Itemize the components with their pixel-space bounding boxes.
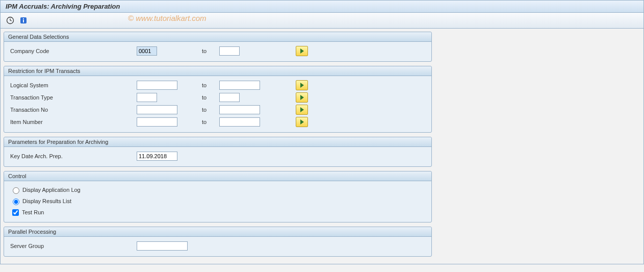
row-test-run: Test Run	[9, 207, 426, 218]
logical-system-from-input[interactable]	[137, 81, 177, 90]
panel-params: Parameters for Preparation for Archiving…	[4, 137, 432, 167]
server-group-label: Server Group	[9, 243, 137, 249]
transaction-no-multi-button[interactable]	[296, 105, 308, 115]
transaction-type-to-label: to	[202, 94, 219, 101]
svg-rect-4	[23, 18, 24, 19]
svg-line-2	[10, 20, 12, 21]
company-code-from-input[interactable]	[137, 46, 157, 56]
transaction-type-to-input[interactable]	[219, 93, 240, 102]
row-key-date: Key Date Arch. Prep.	[9, 150, 426, 162]
panel-control-header: Control	[4, 171, 431, 181]
key-date-input[interactable]	[137, 152, 177, 161]
server-group-input[interactable]	[137, 241, 188, 251]
row-item-number: Item Number to	[9, 116, 426, 128]
transaction-type-multi-button[interactable]	[296, 92, 308, 103]
transaction-no-label: Transaction No	[9, 107, 137, 113]
arrow-right-icon	[300, 48, 304, 54]
panel-parallel-header: Parallel Processing	[4, 227, 431, 237]
panel-control: Control Display Application Log Display …	[4, 171, 432, 222]
display-app-log-radio[interactable]	[13, 187, 19, 194]
svg-rect-5	[23, 20, 24, 22]
row-transaction-type: Transaction Type to	[9, 91, 426, 104]
company-code-to-label: to	[202, 48, 219, 54]
transaction-type-from-input[interactable]	[137, 93, 157, 102]
logical-system-multi-button[interactable]	[296, 80, 308, 90]
panel-params-header: Parameters for Preparation for Archiving	[4, 137, 431, 147]
company-code-to-input[interactable]	[219, 46, 240, 56]
row-server-group: Server Group	[9, 240, 426, 252]
arrow-right-icon	[300, 95, 304, 100]
panel-parallel: Parallel Processing Server Group	[4, 227, 432, 257]
display-app-log-label: Display Application Log	[22, 187, 81, 193]
item-number-from-input[interactable]	[137, 117, 177, 127]
transaction-no-from-input[interactable]	[137, 105, 177, 114]
panel-general: General Data Selections Company Code to	[4, 32, 432, 62]
arrow-right-icon	[300, 119, 304, 125]
panel-general-header: General Data Selections	[4, 32, 431, 42]
info-icon[interactable]	[18, 15, 29, 26]
watermark: © www.tutorialkart.com	[128, 14, 207, 22]
company-code-label: Company Code	[9, 48, 137, 54]
display-results-radio[interactable]	[13, 199, 19, 205]
toolbar: © www.tutorialkart.com	[1, 13, 643, 29]
row-logical-system: Logical System to	[9, 79, 426, 91]
execute-icon[interactable]	[5, 15, 16, 26]
logical-system-label: Logical System	[9, 82, 137, 88]
item-number-label: Item Number	[9, 119, 137, 125]
company-code-multi-button[interactable]	[296, 46, 308, 56]
test-run-label: Test Run	[22, 209, 44, 215]
arrow-right-icon	[300, 83, 304, 88]
page-title: IPM Accruals: Archiving Preparation	[1, 1, 643, 13]
item-number-to-label: to	[202, 119, 219, 125]
key-date-label: Key Date Arch. Prep.	[9, 153, 137, 159]
window: IPM Accruals: Archiving Preparation © ww…	[0, 0, 644, 264]
panel-restriction-header: Restriction for IPM Transacts	[4, 66, 431, 76]
panel-area: General Data Selections Company Code to …	[1, 29, 643, 264]
row-transaction-no: Transaction No to	[9, 104, 426, 116]
test-run-checkbox[interactable]	[12, 209, 19, 216]
panel-restriction: Restriction for IPM Transacts Logical Sy…	[4, 66, 432, 133]
row-display-results: Display Results List	[9, 195, 426, 207]
transaction-no-to-input[interactable]	[219, 105, 260, 114]
transaction-no-to-label: to	[202, 107, 219, 113]
row-display-app-log: Display Application Log	[9, 184, 426, 195]
item-number-to-input[interactable]	[219, 117, 260, 127]
item-number-multi-button[interactable]	[296, 117, 308, 127]
transaction-type-label: Transaction Type	[9, 94, 137, 101]
display-results-label: Display Results List	[22, 198, 71, 204]
row-company-code: Company Code to	[9, 45, 426, 57]
arrow-right-icon	[300, 107, 304, 112]
logical-system-to-label: to	[202, 82, 219, 88]
logical-system-to-input[interactable]	[219, 81, 260, 90]
